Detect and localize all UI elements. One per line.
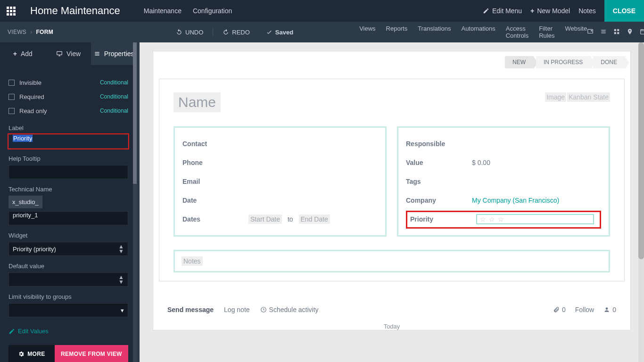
menu-configuration[interactable]: Configuration [193, 7, 232, 15]
left-column: Contact Phone Email Date Dates Start Dat… [173, 126, 387, 237]
limit-visibility-select[interactable]: ▾ [8, 303, 128, 317]
map-view-icon[interactable] [627, 28, 633, 36]
notes-field[interactable]: Notes [173, 250, 610, 272]
canvas-scrollbar[interactable] [638, 42, 644, 362]
pencil-icon [8, 328, 15, 335]
attachment-count[interactable]: 0 [553, 306, 566, 313]
prop-invisible: Invisible Conditional [8, 75, 128, 90]
calendar-view-icon[interactable] [640, 28, 644, 36]
default-value-select[interactable]: ▲▼ [8, 272, 128, 287]
monitor-icon [56, 50, 63, 57]
form-view-icon[interactable] [587, 28, 594, 36]
link-reports[interactable]: Reports [386, 25, 408, 39]
breadcrumb-form: FORM [36, 29, 53, 35]
redo-button[interactable]: REDO [223, 29, 250, 36]
pencil-icon [483, 8, 489, 14]
tech-prefix: x_studio_ [8, 196, 42, 208]
new-model-button[interactable]: + New Model [530, 7, 570, 15]
end-date-input[interactable]: End Date [299, 214, 330, 224]
link-access-controls[interactable]: Access Controls [506, 25, 528, 39]
svg-rect-6 [641, 29, 644, 33]
star-icon[interactable]: ☆ [498, 215, 504, 223]
dates-label: Dates [182, 215, 248, 223]
tab-add[interactable]: + Add [0, 42, 46, 65]
send-message-button[interactable]: Send message [167, 306, 214, 313]
link-translations[interactable]: Translations [418, 25, 451, 39]
widget-select[interactable]: Priority (priority) ▲▼ [8, 242, 128, 256]
label-label: Label [8, 124, 128, 132]
conditional-link-invisible[interactable]: Conditional [100, 79, 128, 86]
check-icon [266, 29, 272, 35]
sidebar-tabs: + Add View Properties [0, 42, 137, 65]
menu-maintenance[interactable]: Maintenance [144, 7, 182, 15]
kanban-state-widget[interactable]: Kanban State [567, 92, 610, 102]
close-button[interactable]: CLOSE [604, 0, 644, 22]
edit-values-link[interactable]: Edit Values [8, 328, 128, 335]
responsible-label: Responsible [406, 140, 472, 148]
prop-readonly: Read only Conditional [8, 104, 128, 118]
limit-visibility-label: Limit visibility to groups [8, 293, 128, 300]
more-button[interactable]: MORE [8, 345, 55, 362]
kanban-view-icon[interactable] [613, 28, 620, 36]
name-input[interactable]: Name [173, 92, 221, 112]
follower-count[interactable]: 0 [603, 306, 616, 313]
status-new[interactable]: NEW [505, 56, 533, 68]
tech-name-input[interactable]: priority_1 [8, 211, 128, 225]
paperclip-icon [553, 306, 560, 313]
svg-rect-1 [591, 30, 592, 31]
follow-button[interactable]: Follow [575, 306, 594, 313]
meta-widgets: ImageKanban State [545, 92, 610, 102]
list-view-icon[interactable] [600, 28, 607, 36]
notes-placeholder: Notes [182, 256, 203, 266]
remove-from-view-button[interactable]: REMOVE FROM VIEW [55, 345, 128, 362]
checkbox-readonly[interactable] [8, 108, 15, 114]
edit-menu-button[interactable]: Edit Menu [483, 7, 522, 15]
start-date-input[interactable]: Start Date [248, 214, 282, 224]
tab-view[interactable]: View [46, 42, 91, 65]
schedule-activity-button[interactable]: Schedule activity [260, 306, 319, 313]
value-label: Value [406, 159, 472, 166]
conditional-link-required[interactable]: Conditional [100, 93, 128, 100]
help-label: Help Tooltip [8, 155, 128, 162]
star-icon[interactable]: ☆ [489, 215, 495, 223]
apps-launcher-icon[interactable] [0, 0, 22, 22]
help-tooltip-input[interactable] [8, 165, 128, 179]
star-icon[interactable]: ☆ [480, 215, 486, 223]
link-website[interactable]: Website [565, 25, 587, 39]
status-in-progress[interactable]: IN PROGRESS [536, 56, 590, 68]
notes-link[interactable]: Notes [578, 7, 596, 15]
svg-rect-4 [614, 32, 616, 34]
checkbox-required[interactable] [8, 94, 15, 100]
label-input[interactable]: Priority [8, 134, 128, 148]
undo-button[interactable]: UNDO [176, 29, 203, 36]
redo-icon [223, 29, 229, 35]
sidebar-scrollbar[interactable] [133, 42, 137, 362]
svg-point-9 [606, 307, 608, 310]
right-column: Responsible Value $ 0.00 Tags Company My… [397, 126, 610, 237]
priority-label: Priority [410, 215, 476, 223]
link-filter-rules[interactable]: Filter Rules [539, 25, 554, 39]
chevron-down-icon: ▾ [121, 307, 124, 314]
link-views[interactable]: Views [359, 25, 375, 39]
main-header: Home Maintenance Maintenance Configurati… [0, 0, 644, 22]
breadcrumb: VIEWS › FORM [0, 29, 53, 35]
priority-stars[interactable]: ☆ ☆ ☆ [476, 214, 594, 224]
top-menu: Maintenance Configuration [144, 7, 232, 15]
company-link[interactable]: My Company (San Francisco) [472, 197, 559, 204]
company-label: Company [406, 197, 472, 204]
log-note-button[interactable]: Log note [224, 306, 250, 313]
conditional-link-readonly[interactable]: Conditional [100, 107, 128, 114]
studio-links: Views Reports Translations Automations A… [359, 25, 587, 39]
tags-label: Tags [406, 178, 472, 185]
image-widget[interactable]: Image [545, 92, 566, 102]
status-done[interactable]: DONE [593, 56, 625, 68]
select-arrows-icon: ▲▼ [118, 275, 124, 284]
list-icon [94, 50, 100, 57]
checkbox-invisible[interactable] [8, 80, 15, 86]
contact-label: Contact [182, 140, 248, 148]
tab-properties[interactable]: Properties [91, 42, 137, 65]
link-automations[interactable]: Automations [461, 25, 495, 39]
breadcrumb-views[interactable]: VIEWS [8, 29, 26, 35]
gear-icon [18, 351, 25, 357]
svg-rect-2 [614, 29, 616, 31]
